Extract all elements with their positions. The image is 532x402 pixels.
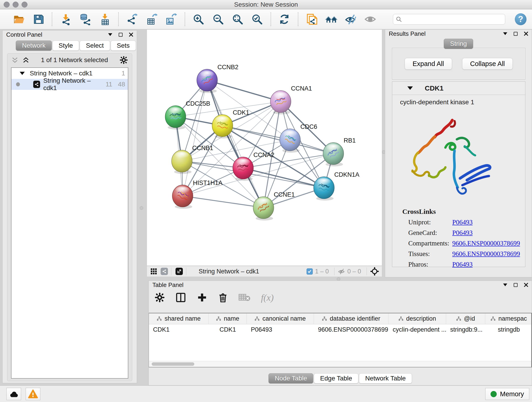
crosslink-link[interactable]: P06493 (452, 261, 473, 268)
crosslink-link[interactable]: 9606.ENSP00000378699 (452, 250, 520, 258)
panel-float-icon[interactable] (503, 32, 507, 35)
window-close-button[interactable] (4, 2, 10, 7)
column-header-canonical-name[interactable]: canonical name (247, 313, 314, 324)
edge-CCNB2-CCNA1[interactable] (207, 80, 281, 102)
panel-close-icon[interactable] (524, 283, 528, 287)
node-RB1[interactable] (323, 143, 344, 166)
toolbar-separator (271, 12, 271, 26)
panel-float-icon[interactable] (108, 33, 112, 36)
import-network-from-file-icon[interactable] (59, 13, 72, 26)
column-header-name[interactable]: name (209, 313, 247, 324)
help-icon[interactable]: ? (515, 13, 526, 25)
column-header-shared-name[interactable]: shared name (149, 313, 209, 324)
add-column-icon[interactable] (197, 292, 207, 303)
collapse-all-icon[interactable] (12, 57, 18, 64)
network-row-selected[interactable]: String Network – cdk1 11 48 (12, 79, 128, 90)
network-edge-count: 48 (115, 81, 125, 88)
table-row[interactable]: CDK1CDK1P064939606.ENSP00000378699cyclin… (149, 324, 531, 335)
node-CCNB1[interactable] (172, 150, 192, 174)
crosslink-link[interactable]: P06493 (452, 218, 473, 226)
hide-selected-eye-slash-icon[interactable] (344, 13, 357, 26)
node-CDKN1A[interactable] (314, 177, 334, 201)
panel-maximize-icon[interactable] (514, 32, 518, 36)
tab-edge-table[interactable]: Edge Table (314, 373, 358, 383)
table-settings-gear-icon[interactable] (155, 293, 165, 303)
function-builder-icon[interactable]: f(x) (261, 292, 274, 303)
tab-network[interactable]: Network (16, 41, 52, 51)
export-network-icon[interactable] (126, 13, 139, 26)
clone-network-icon[interactable] (305, 13, 318, 26)
delete-table-icon[interactable] (239, 293, 250, 302)
zoom-selected-icon[interactable] (251, 13, 264, 26)
scrollbar-thumb[interactable] (152, 362, 194, 366)
horizontal-scrollbar[interactable] (149, 361, 531, 367)
crosslink-link[interactable]: 9606.ENSP00000378699 (452, 240, 520, 247)
show-columns-icon[interactable] (175, 292, 186, 303)
node-CDC6[interactable] (280, 129, 300, 153)
search-input[interactable] (404, 16, 502, 23)
tab-style[interactable]: Style (52, 41, 79, 51)
expand-all-icon[interactable] (22, 57, 29, 64)
accordion-expander-icon[interactable] (407, 86, 413, 90)
selected-checkbox[interactable] (307, 268, 313, 274)
export-image-icon[interactable] (165, 13, 178, 26)
crosslink-row: Uniprot:P06493 (402, 218, 525, 226)
network-view[interactable]: CCNB2CCNA1CDC25BCDK1CDC6RB1CCNB1CCNA2CDK… (147, 29, 382, 266)
gear-icon[interactable] (120, 56, 128, 64)
import-table-icon[interactable] (98, 13, 111, 26)
tab-select[interactable]: Select (80, 41, 110, 51)
column-header-namespac[interactable]: namespac (485, 313, 532, 324)
panel-close-icon[interactable] (129, 32, 133, 37)
refresh-icon[interactable] (278, 13, 291, 26)
open-folder-icon[interactable] (12, 13, 25, 26)
tab-network-table[interactable]: Network Table (359, 373, 412, 383)
node-CDC25B[interactable] (165, 106, 186, 129)
birdseye-navigator-icon[interactable] (370, 267, 379, 276)
horizontal-splitter-handle[interactable] (337, 277, 340, 281)
edge-CDC25B-CDC6[interactable] (176, 117, 290, 140)
node-HIST1H1A[interactable] (172, 185, 193, 209)
home-icon[interactable] (325, 13, 338, 26)
hidden-eye-icon[interactable] (338, 268, 345, 275)
zoom-out-icon[interactable] (211, 13, 225, 26)
import-network-from-database-icon[interactable] (79, 13, 92, 26)
warning-icon[interactable] (26, 388, 40, 400)
node-CCNA1[interactable] (270, 90, 291, 114)
column-header-description[interactable]: description (389, 313, 446, 324)
panel-maximize-icon[interactable] (119, 33, 123, 37)
save-session-icon[interactable] (32, 13, 45, 26)
window-zoom-button[interactable] (22, 2, 27, 7)
node-CCNB2[interactable] (197, 69, 217, 93)
panel-float-icon[interactable] (503, 283, 507, 286)
annotation-share-icon[interactable] (161, 268, 168, 275)
window-minimize-button[interactable] (13, 2, 19, 7)
memory-button[interactable]: Memory (485, 388, 529, 400)
panel-maximize-icon[interactable] (514, 283, 518, 287)
tab-string[interactable]: String (444, 39, 473, 49)
edge-CCNB2-CCNE1[interactable] (207, 80, 264, 208)
column-header-database-identifier[interactable]: database identifier (314, 313, 389, 324)
network-canvas[interactable]: CCNB2CCNA1CDC25BCDK1CDC6RB1CCNB1CCNA2CDK… (147, 30, 382, 266)
column-header--id[interactable]: @id (446, 313, 485, 324)
expand-all-button[interactable]: Expand All (405, 58, 452, 70)
zoom-fit-icon[interactable] (231, 13, 244, 26)
delete-column-icon[interactable] (218, 292, 228, 303)
left-splitter-handle[interactable] (140, 206, 143, 210)
tab-sets[interactable]: Sets (111, 41, 136, 51)
crosslink-link[interactable]: P06493 (452, 229, 473, 236)
edge-HIST1H1A-CCNE1[interactable] (183, 196, 264, 208)
node-CCNE1[interactable] (253, 197, 274, 220)
grid-view-icon[interactable] (151, 268, 157, 274)
gene-accordion-header[interactable]: CDK1 (392, 82, 525, 95)
show-all-eye-icon[interactable] (364, 13, 377, 26)
open-in-window-icon[interactable] (176, 268, 183, 275)
zoom-in-icon[interactable] (192, 13, 205, 26)
collapse-all-button[interactable]: Collapse All (462, 58, 513, 70)
panel-close-icon[interactable] (524, 32, 528, 36)
cloud-icon[interactable] (6, 388, 21, 400)
export-table-icon[interactable] (145, 13, 158, 26)
collection-expander-icon[interactable] (20, 72, 25, 75)
tab-node-table[interactable]: Node Table (268, 373, 313, 383)
node-CCNA2[interactable] (233, 157, 253, 181)
node-label-CCNA2: CCNA2 (253, 152, 274, 158)
